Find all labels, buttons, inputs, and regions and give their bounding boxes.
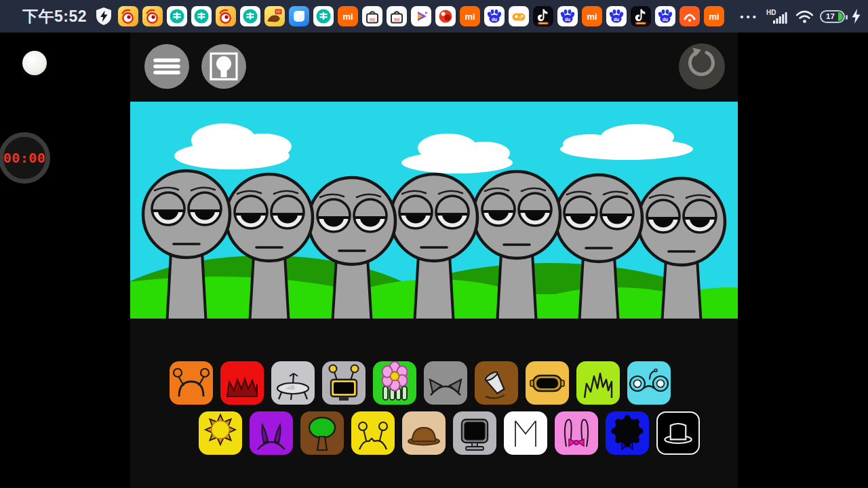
- sound-icon-antenna-bulbs[interactable]: [351, 411, 395, 455]
- restart-button[interactable]: [679, 43, 725, 89]
- notification-icons: mimimimidudumidudumi: [94, 0, 734, 33]
- svg-text:du: du: [663, 17, 668, 22]
- sound-icon-bunny-bow[interactable]: [555, 411, 598, 455]
- app-icon-mi: mi: [460, 6, 480, 26]
- app-icon-meituan: [313, 6, 334, 26]
- svg-text:mi: mi: [465, 12, 475, 22]
- app-icon-weibo: [118, 6, 138, 26]
- sound-icon-visor[interactable]: [526, 361, 569, 405]
- svg-text:mi: mi: [709, 12, 719, 22]
- app-icon-baidu: du: [655, 6, 675, 26]
- screen: 下午5:52 mimimimidudumidudumi ••• HD: [0, 0, 868, 488]
- svg-text:mi: mi: [394, 17, 399, 22]
- stage: [130, 102, 738, 319]
- app-icon-weibo: [216, 6, 236, 26]
- svg-text:du: du: [565, 17, 570, 22]
- svg-text:mi: mi: [342, 12, 353, 22]
- battery-indicator: 17: [820, 10, 845, 23]
- sound-icon-top-hat[interactable]: [656, 411, 700, 455]
- sound-icon-spike-crown[interactable]: [220, 361, 264, 405]
- charging-bolt-icon: [851, 8, 861, 24]
- restart-arrow-icon: [679, 43, 725, 89]
- status-indicators: ••• HD 17: [740, 8, 861, 24]
- timer-value: 00:00: [3, 150, 46, 166]
- app-icon-meituan: [240, 6, 260, 26]
- sound-icon-spiky-grass[interactable]: [576, 361, 620, 405]
- app-icon-meituan: [191, 6, 212, 26]
- signal-strength-icon: HD: [766, 8, 789, 24]
- sound-row-2: [199, 411, 700, 455]
- sound-icon-bear-ears[interactable]: [627, 361, 671, 405]
- svg-text:mi: mi: [370, 17, 375, 22]
- battery-cap: [846, 15, 848, 20]
- sound-icon-cat-ears[interactable]: [424, 361, 467, 405]
- game-app-area: [130, 33, 738, 488]
- character-gallery-button[interactable]: [201, 44, 246, 89]
- sound-icon-rosette[interactable]: [606, 411, 649, 455]
- sound-icon-bowler-hat[interactable]: [402, 411, 446, 455]
- sound-icon-collar[interactable]: [504, 411, 547, 455]
- app-icon-douyin: [533, 6, 553, 26]
- app-icon-mibag: mi: [387, 6, 407, 26]
- app-icon-douyin: [631, 6, 651, 26]
- sound-icon-saucer-sprout[interactable]: [271, 361, 315, 405]
- wifi-icon: [795, 9, 814, 24]
- screen-record-dot[interactable]: [22, 51, 47, 75]
- svg-text:du: du: [614, 17, 619, 22]
- status-bar: 下午5:52 mimimimidudumidudumi ••• HD: [0, 0, 868, 33]
- sound-icon-tree[interactable]: [300, 411, 344, 455]
- menu-button[interactable]: [144, 44, 189, 89]
- battery-percent: 17: [821, 12, 840, 22]
- svg-text:mi: mi: [587, 12, 597, 22]
- app-icon-mi: mi: [582, 6, 602, 26]
- app-icon-meituan: [167, 6, 187, 26]
- app-icon-orangeapp: [679, 6, 700, 26]
- sound-icon-horns[interactable]: [250, 411, 293, 455]
- app-icon-weibo: [142, 6, 163, 26]
- sound-row-1: [170, 361, 671, 405]
- svg-text:HD: HD: [766, 9, 776, 16]
- app-icon-baidu: du: [557, 6, 578, 26]
- app-icon-mi: mi: [338, 6, 358, 26]
- sound-icon-sun[interactable]: [199, 411, 242, 455]
- sound-icon-monitor[interactable]: [453, 411, 496, 455]
- more-notifications-icon: •••: [740, 11, 759, 22]
- app-icon-baidu: du: [484, 6, 505, 26]
- sound-icon-flower[interactable]: [373, 361, 416, 405]
- app-icon-baidu: du: [606, 6, 627, 26]
- app-icon-fist: [264, 6, 285, 26]
- sound-icon-crab-antennae[interactable]: [170, 361, 213, 405]
- sound-icon-antenna-tv[interactable]: [322, 361, 366, 405]
- clock: 下午5:52: [22, 6, 87, 27]
- app-icon-bluenote: [289, 6, 309, 26]
- app-icon-redapp: [435, 6, 456, 26]
- app-icon-mibag: mi: [362, 6, 382, 26]
- sound-icon-bucket[interactable]: [475, 361, 518, 405]
- recording-timer[interactable]: 00:00: [0, 132, 50, 184]
- svg-text:du: du: [492, 17, 497, 22]
- app-icon-shield: [94, 6, 114, 26]
- app-icon-mi: mi: [704, 6, 724, 26]
- app-icon-mivideo: [411, 6, 431, 26]
- character-frame-icon: [201, 44, 246, 89]
- hamburger-icon: [144, 44, 189, 89]
- app-icon-game: [509, 6, 529, 26]
